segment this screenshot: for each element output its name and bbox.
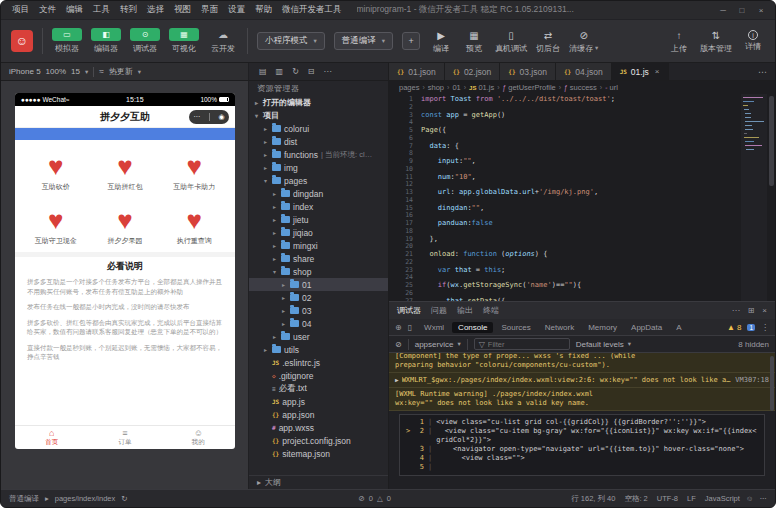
tree-item-img[interactable]: ▸img — [249, 161, 388, 174]
tree-item-colorui[interactable]: ▸colorui — [249, 122, 388, 135]
add-compile-mode-button[interactable]: + — [402, 32, 420, 50]
refresh-icon[interactable]: ↻ — [121, 494, 127, 503]
hidden-count[interactable]: 8 hidden — [738, 340, 769, 349]
clear-console-icon[interactable]: ⊘ — [395, 340, 402, 349]
refresh-icon[interactable]: ↻ — [292, 67, 299, 76]
menu-item-编辑[interactable]: 编辑 — [61, 4, 88, 16]
editor-tab-02.json[interactable]: {}02.json — [445, 63, 501, 80]
breadcrumb-item[interactable]: ƒgetUserProfile — [503, 83, 556, 92]
more-tabs-icon[interactable]: ⋯ — [750, 63, 775, 80]
tree-item-dist[interactable]: ▸dist — [249, 135, 388, 148]
action-清缓存[interactable]: ⊘清缓存▾ — [569, 29, 598, 54]
editor-tab-03.json[interactable]: {}03.json — [500, 63, 556, 80]
menu-item-设置[interactable]: 设置 — [223, 4, 250, 16]
menu-item-转到[interactable]: 转到 — [115, 4, 142, 16]
new-file-icon[interactable]: ▤ — [259, 67, 267, 76]
more-icon[interactable]: ⋯ — [324, 67, 332, 76]
devtools-tab-A[interactable]: A — [670, 322, 687, 333]
editor-tab-01.json[interactable]: {}01.json — [389, 63, 445, 80]
more-icon[interactable]: ⋯ — [760, 494, 768, 503]
tree-item-.gitignore[interactable]: ◇.gitignore — [249, 369, 388, 382]
mode-select[interactable]: 小程序模式 ▾ — [257, 32, 325, 50]
breadcrumb-item[interactable]: shop — [428, 83, 444, 92]
menu-item-选择[interactable]: 选择 — [142, 4, 169, 16]
devtools-tab-Network[interactable]: Network — [539, 322, 580, 333]
hot-reload-toggle[interactable]: 热更新 — [109, 66, 133, 77]
panel-tab-问题[interactable]: 问题 — [431, 305, 447, 316]
action-预览[interactable]: ▦预览 — [462, 29, 486, 54]
toolbar-toggle-编辑器[interactable]: ◧编辑器 — [91, 28, 121, 54]
tree-item-03[interactable]: ▸03 — [249, 304, 388, 317]
status-item-4[interactable]: JavaScript — [705, 494, 740, 503]
console-source-link[interactable]: VM307:18 — [735, 376, 769, 385]
tree-item-dingdan[interactable]: ▸dingdan — [249, 187, 388, 200]
notice-banner[interactable] — [15, 128, 235, 140]
devtools-tab-Memory[interactable]: Memory — [582, 322, 623, 333]
toolbar-toggle-可视化[interactable]: ▦可视化 — [169, 28, 199, 54]
chevron-down-icon[interactable]: ▾ — [85, 68, 88, 76]
tree-item-app.json[interactable]: {}app.json — [249, 408, 388, 421]
phone-tab-首页[interactable]: ⌂首页 — [15, 426, 88, 449]
tree-item-shop[interactable]: ▾shop — [249, 265, 388, 278]
action-切后台[interactable]: ⇄切后台 — [536, 29, 560, 54]
tree-item-app.js[interactable]: JSapp.js — [249, 395, 388, 408]
inspect-icon[interactable]: ⊕ — [395, 323, 402, 332]
info-count-value[interactable]: 1 — [747, 324, 755, 331]
maximize-button[interactable]: □ — [734, 6, 750, 15]
more-icon[interactable]: ⋯ — [193, 113, 200, 121]
grid-item-执行重查询[interactable]: ♥执行重查询 — [160, 198, 229, 252]
kebab-menu-icon[interactable]: ⋮ — [761, 323, 769, 332]
status-item-3[interactable]: LF — [687, 494, 696, 503]
menu-item-项目[interactable]: 项目 — [7, 4, 34, 16]
breadcrumb-item[interactable]: ƒsuccess — [564, 83, 597, 92]
close-button[interactable]: × — [753, 6, 769, 15]
close-tab-icon[interactable]: × — [655, 67, 660, 76]
zoom-select[interactable]: 100% — [46, 67, 66, 76]
menu-item-工具[interactable]: 工具 — [88, 4, 115, 16]
compile-mode-status[interactable]: 普通编译 — [9, 494, 39, 504]
devtools-tab-Sources[interactable]: Sources — [495, 322, 536, 333]
exit-icon[interactable]: ◉ — [219, 113, 225, 121]
tree-item-项目[interactable]: ▾项目 — [249, 109, 388, 122]
phone-tab-订单[interactable]: ≡订单 — [88, 426, 161, 449]
devtools-tab-Console[interactable]: Console — [452, 322, 493, 333]
tree-item-project.config.json[interactable]: {}project.config.json — [249, 434, 388, 447]
breadcrumb-item[interactable]: 01 — [452, 83, 460, 92]
warning-count[interactable]: ▲ 8 — [727, 323, 741, 332]
action-真机调试[interactable]: ▯真机调试 — [495, 29, 527, 54]
tree-item-functions[interactable]: ▸functions| 当前环境: cl… — [249, 148, 388, 161]
menu-item-文件[interactable]: 文件 — [34, 4, 61, 16]
devtools-tab-Wxml[interactable]: Wxml — [418, 322, 450, 333]
tree-item-mingxi[interactable]: ▸mingxi — [249, 239, 388, 252]
close-icon[interactable]: × — [762, 306, 767, 315]
log-levels-select[interactable]: Default levels ▾ — [576, 340, 631, 349]
grid-item-互助拼红包[interactable]: ♥互助拼红包 — [90, 144, 159, 198]
menu-item-界面[interactable]: 界面 — [196, 4, 223, 16]
editor-tab-04.json[interactable]: {}04.json — [556, 63, 612, 80]
action-编译[interactable]: ▶编译 — [429, 29, 453, 54]
collapse-all-icon[interactable]: ⊟ — [308, 67, 315, 76]
tree-item-01[interactable]: ▸01 — [249, 278, 388, 291]
filter-input[interactable] — [488, 340, 562, 349]
console-scrollbar[interactable] — [769, 353, 775, 489]
panel-tab-调试器[interactable]: 调试器 — [397, 305, 421, 316]
tree-item-jiqiao[interactable]: ▸jiqiao — [249, 226, 388, 239]
current-page-path[interactable]: pages/index/index — [55, 494, 115, 503]
menu-item-帮助[interactable]: 帮助 — [250, 4, 277, 16]
undock-icon[interactable]: ⊞ — [748, 306, 755, 315]
grid-item-互助守卫现金[interactable]: ♥互助守卫现金 — [21, 198, 90, 252]
toolbar-toggle-模拟器[interactable]: ▭模拟器 — [52, 28, 82, 54]
device-icon[interactable]: ▯ — [408, 323, 412, 332]
menu-item-视图[interactable]: 视图 — [169, 4, 196, 16]
scrollbar-thumb[interactable] — [770, 356, 774, 411]
minimize-button[interactable]: ─ — [715, 6, 731, 15]
action-详情[interactable]: i详情 — [741, 30, 765, 52]
user-avatar[interactable]: ☺ — [11, 30, 33, 52]
grid-item-互助年卡助力[interactable]: ♥互助年卡助力 — [160, 144, 229, 198]
new-folder-icon[interactable]: ▥ — [276, 67, 284, 76]
tree-item-user[interactable]: ▸user — [249, 330, 388, 343]
tree-item-04[interactable]: ▸04 — [249, 317, 388, 330]
panel-tab-输出[interactable]: 输出 — [457, 305, 473, 316]
feedback-icon[interactable]: ☺ — [746, 494, 754, 503]
status-item-1[interactable]: 空格: 2 — [624, 494, 647, 504]
